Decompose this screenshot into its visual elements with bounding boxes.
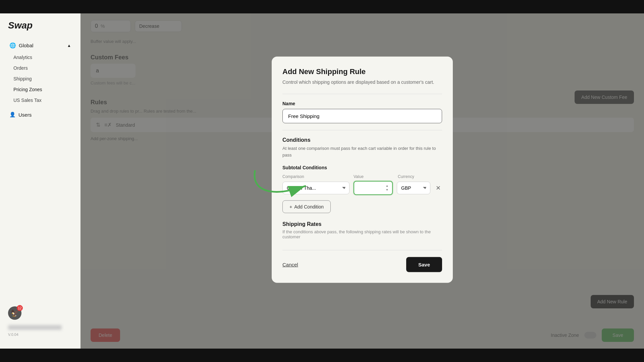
user-info-blurred — [8, 325, 62, 330]
modal-divider-1 — [282, 94, 442, 94]
save-modal-button[interactable]: Save — [406, 257, 442, 272]
add-condition-button[interactable]: + Add Condition — [282, 200, 331, 213]
notification-badge: 12 — [17, 305, 23, 311]
sidebar-global-item[interactable]: 🌐 Global ▲ — [5, 39, 75, 52]
sidebar-item-shipping[interactable]: Shipping — [9, 73, 75, 84]
sidebar-item-us-sales-tax[interactable]: US Sales Tax — [9, 95, 75, 106]
value-input[interactable] — [358, 185, 384, 191]
sidebar-item-analytics[interactable]: Analytics — [9, 52, 75, 63]
modal-subtitle: Control which shipping options are displ… — [282, 79, 442, 86]
conditions-title: Conditions — [282, 137, 442, 143]
conditions-desc: At least one comparison must pass for ea… — [282, 145, 442, 158]
users-icon: 👤 — [9, 112, 16, 118]
currency-select[interactable]: GBP USD EUR — [397, 182, 430, 194]
currency-select-wrapper: GBP USD EUR — [397, 182, 430, 194]
stepper-up-button[interactable]: ▲ — [385, 184, 389, 188]
app-logo: Swap — [0, 20, 80, 39]
top-bar — [0, 0, 644, 13]
stepper-down-button[interactable]: ▼ — [385, 188, 389, 192]
sidebar-item-orders[interactable]: Orders — [9, 63, 75, 73]
condition-row: Greater Tha... Less Than Equal To Greate… — [282, 181, 442, 195]
sidebar-sub-items: Analytics Orders Shipping Pricing Zones … — [5, 52, 75, 106]
version-label: V.0.04 — [8, 333, 72, 337]
modal-divider-2 — [282, 130, 442, 130]
name-field-label: Name — [282, 101, 442, 106]
value-header: Value — [354, 174, 394, 179]
avatar: 🦅 12 — [8, 306, 21, 320]
modal-title: Add New Shipping Rule — [282, 67, 442, 76]
shipping-rates-title: Shipping Rates — [282, 221, 442, 227]
bottom-bar — [0, 349, 644, 362]
value-stepper: ▲ ▼ — [385, 184, 389, 192]
remove-condition-button[interactable]: ✕ — [434, 183, 442, 193]
comparison-select-wrapper: Greater Tha... Less Than Equal To Greate… — [282, 182, 350, 194]
condition-headers: Comparison Value Currency — [282, 174, 442, 179]
sidebar-item-pricing-zones[interactable]: Pricing Zones — [9, 84, 75, 95]
subtotal-conditions-label: Subtotal Conditions — [282, 165, 442, 170]
add-shipping-rule-modal: Add New Shipping Rule Control which ship… — [272, 57, 453, 283]
globe-icon: 🌐 — [9, 42, 16, 49]
cancel-button[interactable]: Cancel — [282, 262, 298, 267]
comparison-select[interactable]: Greater Tha... Less Than Equal To Greate… — [282, 182, 350, 194]
comparison-header: Comparison — [282, 174, 350, 179]
value-input-wrapper: ▲ ▼ — [354, 181, 393, 195]
main-content: 0 % Decrease Increase Buffer value will … — [80, 13, 644, 349]
sidebar-global-label: Global — [19, 43, 33, 48]
plus-icon: + — [289, 204, 292, 209]
name-input[interactable] — [282, 109, 442, 123]
sidebar-bottom: 🦅 12 V.0.04 — [0, 301, 80, 342]
sidebar: Swap 🌐 Global ▲ Analytics Orders Shippin… — [0, 13, 80, 349]
shipping-rates-desc: If the conditions above pass, the follow… — [282, 229, 442, 239]
sidebar-item-users[interactable]: 👤 Users — [5, 108, 75, 121]
currency-header: Currency — [398, 174, 431, 179]
modal-footer: Cancel Save — [282, 250, 442, 272]
chevron-up-icon: ▲ — [67, 43, 71, 48]
